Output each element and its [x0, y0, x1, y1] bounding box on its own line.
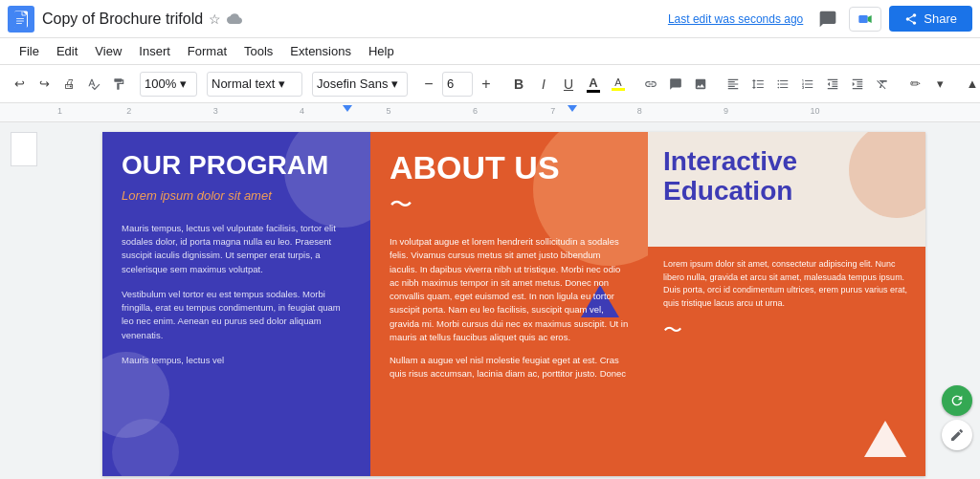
- comments-button[interactable]: [814, 6, 841, 33]
- menu-insert[interactable]: Insert: [131, 42, 178, 60]
- bold-button[interactable]: B: [507, 71, 530, 98]
- image-button[interactable]: [689, 71, 712, 98]
- panel-about-us: ABOUT US 〜 In volutpat augue et lorem he…: [370, 132, 648, 476]
- menubar: File Edit View Insert Format Tools Exten…: [0, 38, 980, 65]
- panel1-body3: Mauris tempus, lectus vel: [122, 354, 351, 367]
- panel1-body1: Mauris tempus, lectus vel vulputate faci…: [122, 222, 351, 276]
- font-arrow: ▾: [391, 76, 398, 91]
- panel2-squiggle: 〜: [390, 189, 629, 220]
- doc-title-bar: Copy of Brochure trifold ☆: [42, 11, 668, 28]
- svg-rect-3: [16, 23, 22, 24]
- doc-icon: [8, 6, 34, 33]
- menu-tools[interactable]: Tools: [236, 42, 280, 60]
- title-area: Copy of Brochure trifold ☆: [42, 11, 668, 28]
- panel2-body2: Nullam a augue vel nisl molestie feugiat…: [390, 354, 629, 381]
- increase-indent-button[interactable]: [846, 71, 869, 98]
- style-arrow: ▾: [278, 76, 285, 91]
- menu-view[interactable]: View: [87, 42, 129, 60]
- svg-rect-1: [16, 18, 24, 19]
- redo-button[interactable]: ↪: [33, 71, 56, 98]
- menu-format[interactable]: Format: [180, 42, 234, 60]
- panel-our-program: OUR PROGRAM Lorem ipsum dolor sit amet M…: [102, 132, 370, 476]
- toolbar: ↩ ↪ 🖨 100% ▾ Normal text ▾ Josefin Sans …: [0, 65, 980, 103]
- undo-button[interactable]: ↩: [8, 71, 31, 98]
- panel1-heading: OUR PROGRAM: [122, 151, 351, 181]
- page-thumbnail[interactable]: [11, 132, 37, 166]
- link-button[interactable]: [639, 71, 662, 98]
- font-size-decrease[interactable]: −: [417, 71, 440, 98]
- panel2-heading: ABOUT US: [390, 151, 629, 184]
- comment-inline-button[interactable]: [664, 71, 687, 98]
- font-size-increase[interactable]: +: [475, 71, 498, 98]
- panel3-body: Lorem ipsum dolor sit amet, consectetur …: [648, 247, 925, 362]
- highlight-color-button[interactable]: A: [607, 71, 630, 98]
- panel3-squiggle: 〜: [663, 317, 910, 343]
- style-select[interactable]: Normal text ▾: [207, 72, 302, 97]
- right-actions: Share: [814, 6, 972, 33]
- align-button[interactable]: [722, 71, 745, 98]
- menu-help[interactable]: Help: [361, 42, 402, 60]
- share-button[interactable]: Share: [889, 6, 972, 32]
- pen-button[interactable]: ✏: [903, 71, 926, 98]
- panel3-body1: Lorem ipsum dolor sit amet, consectetur …: [663, 258, 910, 310]
- decrease-indent-button[interactable]: [821, 71, 844, 98]
- panel1-subtitle: Lorem ipsum dolor sit amet: [122, 188, 351, 203]
- paint-format-button[interactable]: [107, 71, 130, 98]
- meet-button[interactable]: [849, 7, 881, 32]
- menu-extensions[interactable]: Extensions: [282, 42, 359, 60]
- menu-edit[interactable]: Edit: [49, 42, 85, 60]
- spellcheck-button[interactable]: [82, 71, 105, 98]
- font-size-value: 6: [447, 76, 454, 91]
- doc-area: OUR PROGRAM Lorem ipsum dolor sit amet M…: [0, 122, 980, 479]
- zoom-value: 100%: [145, 76, 176, 91]
- zoom-arrow: ▾: [180, 76, 187, 91]
- menu-file[interactable]: File: [11, 42, 47, 60]
- svg-rect-2: [16, 20, 24, 21]
- refresh-button[interactable]: [942, 385, 972, 416]
- clear-format-button[interactable]: [871, 71, 894, 98]
- pen-arrow[interactable]: ▾: [928, 71, 951, 98]
- left-sidebar: [0, 122, 48, 479]
- triangle-white: [864, 421, 906, 457]
- print-button[interactable]: 🖨: [57, 71, 80, 98]
- star-icon[interactable]: ☆: [209, 11, 221, 27]
- panel2-body1: In volutpat augue et lorem hendrerit sol…: [390, 235, 629, 344]
- last-edit-text: Last edit was seconds ago: [668, 12, 803, 26]
- share-label: Share: [924, 11, 957, 26]
- brochure: OUR PROGRAM Lorem ipsum dolor sit amet M…: [102, 132, 925, 476]
- right-float-buttons: [942, 385, 972, 450]
- svg-rect-4: [859, 15, 868, 23]
- font-value: Josefin Sans: [317, 76, 388, 91]
- font-size-select[interactable]: 6: [442, 72, 473, 97]
- titlebar: Copy of Brochure trifold ☆ Last edit was…: [0, 0, 980, 38]
- italic-button[interactable]: I: [532, 71, 555, 98]
- edit-float-button[interactable]: [942, 420, 972, 450]
- drive-icon[interactable]: [227, 11, 242, 27]
- ruler-content: 1 2 3 4 5 6 7 8 9 10: [57, 103, 923, 121]
- svg-marker-5: [868, 15, 872, 23]
- font-select[interactable]: Josefin Sans ▾: [312, 72, 408, 97]
- numbered-list-button[interactable]: [796, 71, 819, 98]
- text-color-button[interactable]: A: [582, 71, 605, 98]
- bullets-button[interactable]: [771, 71, 794, 98]
- style-value: Normal text: [212, 76, 275, 91]
- circle-dec-3: [112, 419, 179, 476]
- collapse-toolbar-button[interactable]: ▲: [961, 71, 980, 98]
- ruler: 1 2 3 4 5 6 7 8 9 10: [0, 103, 980, 122]
- underline-button[interactable]: U: [557, 71, 580, 98]
- doc-title-text: Copy of Brochure trifold: [42, 11, 203, 28]
- line-spacing-button[interactable]: [746, 71, 769, 98]
- panel1-body2: Vestibulum vel tortor eu est tempus soda…: [122, 288, 351, 342]
- panel3-header: Interactive Education: [648, 132, 925, 247]
- panel-interactive-education: Interactive Education Lorem ipsum dolor …: [648, 132, 925, 476]
- zoom-select[interactable]: 100% ▾: [140, 72, 197, 97]
- doc-content: OUR PROGRAM Lorem ipsum dolor sit amet M…: [48, 122, 980, 479]
